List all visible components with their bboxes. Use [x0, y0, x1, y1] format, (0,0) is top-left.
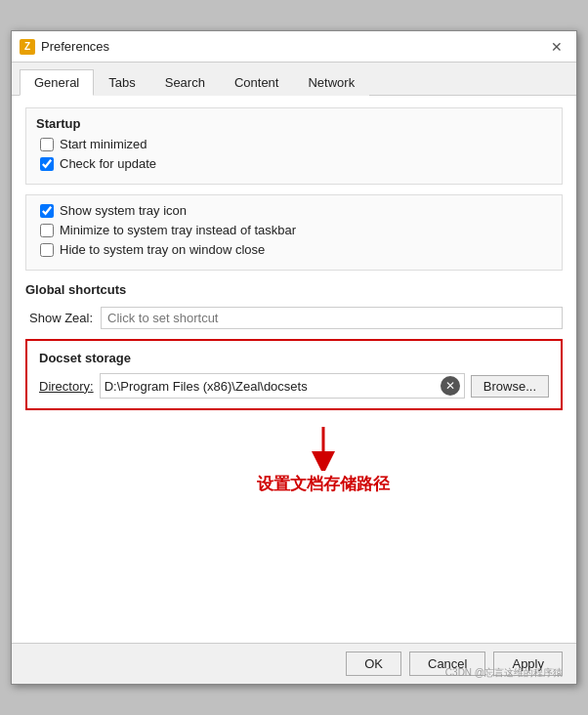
hide-close-label[interactable]: Hide to system tray on window close [60, 242, 265, 257]
startup-section: Startup Start minimized Check for update [25, 107, 563, 185]
main-content: Startup Start minimized Check for update… [12, 96, 576, 643]
show-zeal-label: Show Zeal: [29, 311, 93, 325]
system-tray-section: Show system tray icon Minimize to system… [25, 194, 563, 271]
startup-label: Startup [36, 116, 552, 131]
browse-button[interactable]: Browse... [471, 375, 549, 398]
annotation-area: 设置文档存储路径 [84, 422, 563, 495]
show-tray-checkbox[interactable] [40, 204, 54, 218]
docset-storage-label: Docset storage [39, 351, 549, 365]
check-update-row: Check for update [36, 156, 552, 171]
start-minimized-checkbox[interactable] [40, 138, 54, 151]
directory-label: Directory: [39, 379, 94, 394]
clear-directory-button[interactable]: ✕ [441, 376, 460, 396]
hide-close-checkbox[interactable] [40, 243, 54, 257]
minimize-tray-label[interactable]: Minimize to system tray instead of taskb… [60, 223, 296, 237]
hide-close-row: Hide to system tray on window close [36, 242, 552, 257]
cancel-button[interactable]: Cancel [409, 652, 485, 676]
minimize-tray-checkbox[interactable] [40, 224, 54, 237]
docset-storage-section: Docset storage Directory: ✕ Browse... [25, 339, 563, 410]
preferences-window: Z Preferences ✕ General Tabs Search Cont… [11, 30, 577, 685]
arrow-icon [299, 422, 348, 471]
apply-button[interactable]: Apply [493, 652, 563, 676]
check-update-label[interactable]: Check for update [60, 156, 156, 171]
check-update-checkbox[interactable] [40, 157, 54, 171]
show-tray-label[interactable]: Show system tray icon [60, 203, 187, 218]
directory-input-wrap: ✕ [100, 373, 465, 399]
tab-search[interactable]: Search [150, 69, 220, 96]
start-minimized-row: Start minimized [36, 137, 552, 151]
annotation-text: 设置文档存储路径 [257, 473, 390, 495]
shortcut-input[interactable] [101, 307, 563, 329]
shortcuts-label: Global shortcuts [25, 282, 563, 297]
show-zeal-row: Show Zeal: [29, 307, 563, 329]
title-bar: Z Preferences ✕ [12, 31, 576, 63]
tab-tabs[interactable]: Tabs [94, 69, 149, 96]
directory-input[interactable] [105, 379, 441, 394]
show-tray-row: Show system tray icon [36, 203, 552, 218]
tab-network[interactable]: Network [293, 69, 369, 96]
minimize-tray-row: Minimize to system tray instead of taskb… [36, 223, 552, 237]
directory-row: Directory: ✕ Browse... [39, 373, 549, 399]
tab-general[interactable]: General [20, 69, 94, 96]
start-minimized-label[interactable]: Start minimized [60, 137, 147, 151]
ok-button[interactable]: OK [346, 652, 401, 676]
footer: OK Cancel Apply C3DN @忘言这维的程序猿 [12, 643, 576, 684]
window-title: Preferences [41, 39, 109, 54]
tabs-bar: General Tabs Search Content Network [12, 63, 576, 96]
close-button[interactable]: ✕ [545, 35, 568, 59]
tab-content[interactable]: Content [220, 69, 294, 96]
app-icon: Z [20, 39, 35, 55]
